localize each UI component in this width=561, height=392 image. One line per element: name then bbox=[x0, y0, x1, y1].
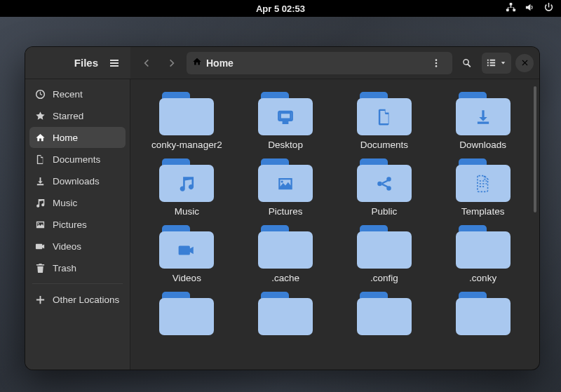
folder-label: Documents bbox=[360, 140, 408, 150]
sidebar-item-label: Recent bbox=[53, 89, 83, 100]
path-bar[interactable]: Home bbox=[187, 52, 452, 74]
sidebar-item-documents[interactable]: Documents bbox=[29, 149, 126, 170]
folder-label: Desktop bbox=[268, 140, 303, 150]
folder-item[interactable]: Documents bbox=[337, 92, 433, 150]
template-icon bbox=[456, 168, 511, 199]
sidebar-separator bbox=[32, 283, 123, 284]
recent-icon bbox=[35, 89, 46, 100]
sidebar-item-videos[interactable]: Videos bbox=[29, 236, 126, 257]
app-title: Files bbox=[35, 57, 104, 69]
folder-icon bbox=[456, 292, 511, 335]
sidebar-item-label: Trash bbox=[53, 263, 76, 273]
video-icon bbox=[35, 241, 46, 252]
path-menu-button[interactable] bbox=[426, 53, 447, 74]
music-icon bbox=[35, 198, 46, 208]
sidebar-item-downloads[interactable]: Downloads bbox=[29, 170, 126, 191]
folder-icon bbox=[258, 225, 313, 269]
close-icon bbox=[521, 59, 529, 67]
folder-item[interactable]: .config bbox=[337, 225, 433, 283]
folder-label: Public bbox=[371, 206, 397, 217]
window-close-button[interactable] bbox=[515, 54, 534, 72]
folder-icon bbox=[456, 225, 511, 269]
network-icon bbox=[506, 2, 516, 15]
topbar-system-tray[interactable] bbox=[506, 0, 554, 17]
star-icon bbox=[35, 111, 46, 121]
home-icon bbox=[192, 57, 202, 69]
sidebar-item-pictures[interactable]: Pictures bbox=[29, 214, 126, 235]
download-icon bbox=[456, 102, 511, 133]
folder-item[interactable]: Public bbox=[337, 158, 433, 217]
path-crumb-label: Home bbox=[206, 58, 234, 69]
folder-icon bbox=[258, 92, 313, 135]
picture-icon bbox=[258, 168, 313, 199]
sidebar-item-music[interactable]: Music bbox=[29, 192, 126, 213]
folder-item[interactable]: Downloads bbox=[435, 92, 531, 150]
sidebar-item-label: Pictures bbox=[53, 219, 87, 230]
folder-item[interactable]: Videos bbox=[139, 225, 235, 283]
folder-item[interactable] bbox=[139, 292, 235, 335]
folder-icon bbox=[159, 225, 214, 269]
path-crumb-home[interactable]: Home bbox=[192, 57, 234, 69]
folder-icon bbox=[258, 292, 313, 335]
share-icon bbox=[357, 168, 412, 199]
folder-item[interactable]: conky-manager2 bbox=[139, 92, 235, 150]
nav-forward-button[interactable] bbox=[161, 53, 182, 74]
video-icon bbox=[159, 235, 214, 266]
folder-item[interactable]: Desktop bbox=[238, 92, 334, 150]
file-grid: conky-manager2DesktopDocumentsDownloadsM… bbox=[130, 79, 539, 370]
doc-icon bbox=[35, 154, 46, 165]
gnome-top-bar: Apr 5 02:53 bbox=[0, 0, 561, 17]
folder-label: conky-manager2 bbox=[151, 140, 222, 150]
sidebar-item-recent[interactable]: Recent bbox=[29, 83, 126, 104]
folder-item[interactable] bbox=[435, 292, 531, 335]
folder-icon bbox=[159, 92, 214, 135]
files-window: Files Home bbox=[25, 46, 540, 370]
music-icon bbox=[159, 168, 214, 199]
folder-item[interactable]: .cache bbox=[238, 225, 334, 283]
sidebar-item-label: Starred bbox=[53, 111, 83, 121]
folder-icon bbox=[357, 92, 412, 135]
folder-label: Downloads bbox=[459, 140, 506, 150]
scrollbar[interactable] bbox=[534, 86, 536, 212]
folder-item[interactable] bbox=[337, 292, 433, 335]
sidebar-item-label: Documents bbox=[53, 154, 100, 165]
sidebar: RecentStarredHomeDocumentsDownloadsMusic… bbox=[25, 79, 130, 370]
sidebar-item-label: Downloads bbox=[53, 176, 100, 187]
desktop-icon bbox=[258, 102, 313, 133]
sidebar-item-starred[interactable]: Starred bbox=[29, 105, 126, 126]
trash-icon bbox=[35, 263, 46, 273]
download-icon bbox=[35, 176, 46, 187]
home-icon bbox=[35, 133, 46, 143]
sidebar-item-other-locations[interactable]: Other Locations bbox=[29, 289, 126, 310]
sidebar-item-label: Other Locations bbox=[53, 295, 119, 305]
folder-icon bbox=[258, 158, 313, 202]
topbar-datetime[interactable]: Apr 5 02:53 bbox=[256, 4, 305, 14]
hamburger-menu-button[interactable] bbox=[104, 53, 125, 74]
list-view-icon bbox=[486, 58, 496, 68]
sidebar-item-trash[interactable]: Trash bbox=[29, 257, 126, 278]
sidebar-item-home[interactable]: Home bbox=[29, 127, 126, 148]
folder-item[interactable]: Templates bbox=[435, 158, 531, 217]
folder-icon bbox=[456, 158, 511, 202]
view-mode-button[interactable] bbox=[482, 53, 511, 74]
folder-icon bbox=[357, 158, 412, 202]
folder-icon bbox=[159, 158, 214, 202]
plus-icon bbox=[35, 295, 46, 305]
search-button[interactable] bbox=[457, 53, 478, 74]
picture-icon bbox=[35, 219, 46, 230]
folder-item[interactable]: .conky bbox=[435, 225, 531, 283]
sidebar-item-label: Videos bbox=[53, 241, 81, 252]
folder-item[interactable]: Music bbox=[139, 158, 235, 217]
volume-icon bbox=[525, 2, 535, 15]
folder-icon bbox=[456, 92, 511, 135]
folder-label: Music bbox=[175, 206, 199, 217]
power-icon bbox=[543, 2, 554, 15]
folder-item[interactable]: Pictures bbox=[238, 158, 334, 217]
folder-item[interactable] bbox=[238, 292, 334, 335]
sidebar-item-label: Home bbox=[53, 133, 78, 143]
chevron-down-icon bbox=[499, 59, 507, 67]
folder-label: Pictures bbox=[269, 206, 303, 217]
folder-label: .cache bbox=[271, 273, 299, 283]
folder-icon bbox=[357, 292, 412, 335]
nav-back-button[interactable] bbox=[136, 53, 157, 74]
